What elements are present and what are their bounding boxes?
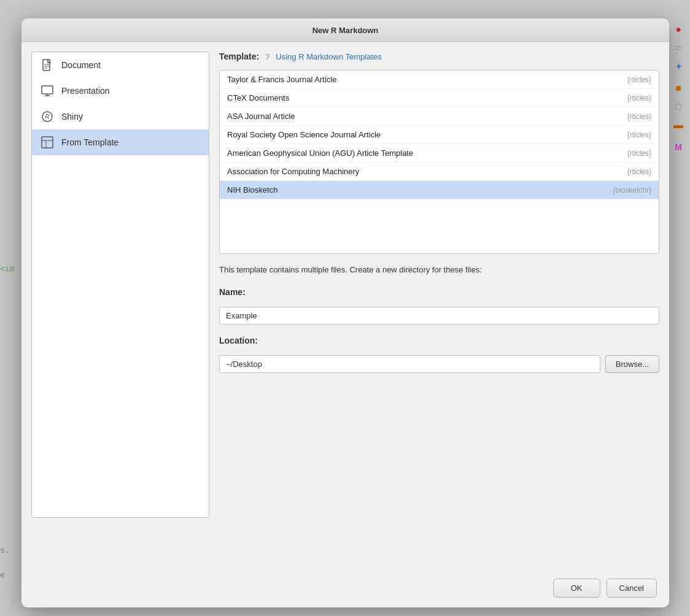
sidebar-item-document[interactable]: Document bbox=[32, 52, 209, 78]
svg-rect-4 bbox=[42, 86, 53, 94]
template-item-nih-name: NIH Biosketch bbox=[227, 185, 277, 194]
m-icon[interactable]: M bbox=[670, 139, 687, 156]
svg-rect-0 bbox=[43, 60, 50, 71]
description-text: This template contains multiple files. C… bbox=[219, 264, 659, 276]
help-icon[interactable]: ? bbox=[265, 52, 269, 61]
template-item-asa-name: ASA Journal Article bbox=[227, 112, 295, 121]
dialog-titlebar: New R Markdown bbox=[21, 18, 669, 42]
red-circle-icon[interactable]: ● bbox=[670, 21, 687, 38]
star-icon[interactable]: ✦ bbox=[670, 58, 687, 75]
template-item-royal-name: Royal Society Open Science Journal Artic… bbox=[227, 130, 381, 139]
ok-button[interactable]: OK bbox=[553, 579, 600, 598]
help-link[interactable]: Using R Markdown Templates bbox=[276, 52, 381, 61]
template-item-acm[interactable]: Association for Computing Machinery {rti… bbox=[220, 163, 659, 181]
sidebar-item-presentation[interactable]: Presentation bbox=[32, 78, 209, 104]
dialog-body: Document Presentation R bbox=[21, 42, 669, 571]
cancel-button[interactable]: Cancel bbox=[607, 579, 657, 598]
orange-square-icon[interactable]: ■ bbox=[670, 80, 687, 97]
template-icon bbox=[41, 136, 54, 149]
template-item-asa-pkg: {rticles} bbox=[627, 112, 651, 121]
template-item-ctex-name: CTeX Documents bbox=[227, 93, 289, 102]
bg-code-2: s. bbox=[0, 545, 10, 555]
dialog: New R Markdown Document bbox=[21, 18, 669, 607]
name-label: Name: bbox=[219, 287, 659, 297]
sidebar: Document Presentation R bbox=[31, 52, 209, 518]
sidebar-item-document-label: Document bbox=[61, 60, 101, 70]
dialog-footer: OK Cancel bbox=[21, 571, 669, 607]
orange-rect-icon[interactable]: ▬ bbox=[670, 117, 687, 134]
template-item-tf[interactable]: Taylor & Francis Journal Article {rticle… bbox=[220, 71, 659, 89]
template-item-acm-name: Association for Computing Machinery bbox=[227, 167, 359, 176]
template-item-nih-pkg: {biosketchr} bbox=[613, 186, 651, 194]
template-list: Taylor & Francis Journal Article {rticle… bbox=[219, 70, 659, 254]
template-item-royal-pkg: {rticles} bbox=[627, 131, 651, 139]
location-input[interactable] bbox=[219, 355, 600, 373]
template-item-nih[interactable]: NIH Biosketch {biosketchr} bbox=[220, 181, 659, 199]
white-circle-icon[interactable]: ○ bbox=[670, 39, 687, 56]
template-item-ctex-pkg: {rticles} bbox=[627, 94, 651, 102]
location-row: Browse... bbox=[219, 355, 659, 373]
bg-code-1: <im bbox=[0, 264, 14, 273]
dialog-title: New R Markdown bbox=[31, 26, 659, 35]
sidebar-item-from-template[interactable]: From Template bbox=[32, 129, 209, 155]
template-item-agu-name: American Geophysical Union (AGU) Article… bbox=[227, 148, 413, 158]
template-item-asa[interactable]: ASA Journal Article {rticles} bbox=[220, 107, 659, 126]
template-item-agu[interactable]: American Geophysical Union (AGU) Article… bbox=[220, 144, 659, 163]
template-item-tf-pkg: {rticles} bbox=[627, 75, 651, 84]
template-label: Template: bbox=[219, 52, 259, 61]
template-item-agu-pkg: {rticles} bbox=[627, 149, 651, 158]
document-icon bbox=[41, 58, 54, 72]
location-label: Location: bbox=[219, 336, 659, 345]
template-item-tf-name: Taylor & Francis Journal Article bbox=[227, 75, 336, 84]
presentation-icon bbox=[41, 84, 54, 98]
white-square-icon[interactable]: □ bbox=[670, 98, 687, 115]
template-item-royal[interactable]: Royal Society Open Science Journal Artic… bbox=[220, 126, 659, 144]
template-item-ctex[interactable]: CTeX Documents {rticles} bbox=[220, 89, 659, 107]
template-item-acm-pkg: {rticles} bbox=[627, 167, 651, 176]
sidebar-item-shiny[interactable]: R Shiny bbox=[32, 104, 209, 129]
svg-text:R: R bbox=[45, 114, 49, 120]
right-toolbar: ● ○ ✦ ■ □ ▬ M bbox=[669, 18, 690, 158]
svg-rect-9 bbox=[42, 137, 53, 148]
template-header: Template: ? Using R Markdown Templates bbox=[219, 52, 659, 61]
shiny-icon: R bbox=[41, 110, 54, 123]
sidebar-item-shiny-label: Shiny bbox=[61, 112, 83, 121]
sidebar-item-from-template-label: From Template bbox=[61, 137, 118, 147]
sidebar-item-presentation-label: Presentation bbox=[61, 86, 110, 96]
right-panel: Template: ? Using R Markdown Templates T… bbox=[219, 52, 659, 561]
browse-button[interactable]: Browse... bbox=[605, 355, 659, 373]
name-input[interactable] bbox=[219, 307, 659, 325]
bg-code-3: e bbox=[0, 570, 5, 579]
